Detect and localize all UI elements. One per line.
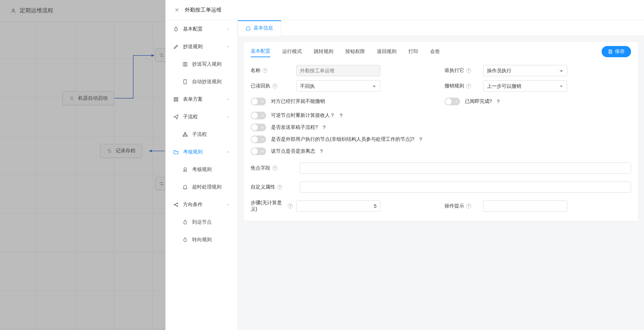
toggle-read-done[interactable]: ✕ bbox=[445, 98, 460, 105]
read-receipt-select[interactable]: 不回执 bbox=[296, 80, 380, 92]
submenu-auto-copy-rules[interactable]: 自动抄送规则 bbox=[165, 73, 237, 91]
label-step: 步骤(无计算意义)? bbox=[251, 200, 293, 212]
menu-direction-cond[interactable]: 方向条件 bbox=[165, 196, 237, 213]
submenu-timeout-rules[interactable]: 超时处理规则 bbox=[165, 178, 237, 196]
ctab-jump-rules[interactable]: 跳转规则 bbox=[314, 46, 333, 57]
toggle-external-exec[interactable]: ✕ bbox=[251, 136, 266, 143]
menu-copy-rules[interactable]: 抄送规则 bbox=[165, 38, 237, 55]
droplet-icon bbox=[173, 26, 179, 32]
tablet-icon bbox=[182, 79, 188, 85]
menu-assess-rules[interactable]: 考核规则 bbox=[165, 143, 237, 161]
label-read-receipt: 已读回执? bbox=[251, 83, 293, 89]
badge-icon bbox=[182, 167, 188, 172]
help-icon[interactable]: ? bbox=[466, 84, 471, 88]
submenu-copy-write-rules[interactable]: 抄送写入规则 bbox=[165, 55, 237, 73]
menu-label: 抄送规则 bbox=[183, 44, 222, 50]
who-exec-select[interactable]: 操作员执行 bbox=[483, 65, 567, 76]
toggle-label: 可逆节点时重新计算接收人？ bbox=[271, 112, 335, 119]
step-input[interactable] bbox=[296, 200, 380, 212]
toggle-send-draft[interactable]: ✕ bbox=[251, 124, 266, 131]
svg-rect-5 bbox=[176, 98, 178, 99]
save-button[interactable]: 保存 bbox=[602, 46, 631, 57]
custom-attr-input[interactable] bbox=[300, 182, 631, 193]
chevron-down-icon bbox=[226, 27, 230, 31]
panel-title: 外勤按工单运维 bbox=[185, 7, 222, 13]
submenu-arrival-node[interactable]: 到达节点 bbox=[165, 213, 237, 231]
help-icon[interactable]: ? bbox=[340, 113, 343, 118]
chevron-up-icon bbox=[226, 150, 230, 154]
ctab-basic-config[interactable]: 基本配置 bbox=[251, 46, 270, 57]
svg-rect-10 bbox=[186, 136, 187, 137]
toggle-label: 是否发送草稿子流程? bbox=[271, 124, 318, 131]
toggle-label: 已阅即完成? bbox=[465, 98, 492, 105]
submenu-subflow[interactable]: 子流程 bbox=[165, 126, 237, 143]
help-icon[interactable]: ? bbox=[272, 84, 277, 88]
toggle-detached[interactable]: ✕ bbox=[251, 147, 266, 155]
name-input bbox=[296, 65, 380, 76]
sitemap-icon bbox=[182, 132, 188, 137]
submenu-label: 抄送写入规则 bbox=[192, 61, 222, 67]
menu-basic-config[interactable]: 基本配置 bbox=[165, 20, 237, 38]
grid-icon bbox=[173, 97, 179, 102]
menu-label: 考核规则 bbox=[183, 149, 222, 155]
toggle-label: 该节点是否是游离态 bbox=[271, 148, 315, 154]
settings-sidebar: 基本配置 抄送规则 抄送写入规则 自动抄送规则 表单方案 bbox=[165, 20, 238, 330]
ctab-countersign[interactable]: 会签 bbox=[430, 46, 440, 57]
help-icon[interactable]: ? bbox=[466, 68, 471, 73]
op-hint-input[interactable] bbox=[483, 200, 567, 212]
svg-point-11 bbox=[184, 168, 187, 170]
help-icon[interactable]: ? bbox=[263, 68, 267, 73]
chevron-up-icon bbox=[226, 115, 230, 119]
help-icon[interactable]: ? bbox=[288, 204, 293, 209]
save-icon bbox=[608, 49, 613, 54]
svg-rect-6 bbox=[174, 100, 176, 101]
submenu-label: 转向规则 bbox=[192, 237, 212, 243]
tab-label: 基本信息 bbox=[253, 25, 273, 31]
main-tabs: 基本信息 bbox=[238, 20, 644, 36]
toggle-reversible-recalc[interactable]: ✕ bbox=[251, 112, 266, 119]
svg-rect-9 bbox=[183, 136, 184, 137]
toggle-label: 是否是外部用户执行的节点(非组织结构人员参与处理工作的节点)? bbox=[271, 136, 414, 143]
chevron-down-icon bbox=[226, 97, 230, 101]
settings-form: 名称? 谁执行它? 操作员执行 已读回执? 不回执 bbox=[244, 61, 638, 214]
menu-subflow[interactable]: 子流程 bbox=[165, 108, 237, 126]
droplet-icon bbox=[182, 219, 188, 225]
svg-point-14 bbox=[177, 206, 178, 207]
revoke-rule-select[interactable]: 上一步可以撤销 bbox=[483, 80, 567, 92]
menu-label: 表单方案 bbox=[183, 96, 222, 103]
submenu-assess-rules[interactable]: 考核规则 bbox=[165, 161, 237, 178]
help-icon[interactable]: ? bbox=[419, 137, 422, 142]
svg-rect-4 bbox=[174, 98, 176, 99]
ctab-return-rules[interactable]: 退回规则 bbox=[377, 46, 396, 57]
submenu-label: 自动抄送规则 bbox=[192, 79, 222, 85]
home-icon bbox=[246, 26, 251, 31]
card-tabs: 基本配置 运行模式 跳转规则 按钮权限 退回规则 打印 会签 保存 bbox=[244, 42, 638, 61]
menu-form-plan[interactable]: 表单方案 bbox=[165, 91, 237, 108]
chevron-up-icon bbox=[226, 203, 230, 207]
ctab-button-perm[interactable]: 按钮权限 bbox=[345, 46, 365, 57]
submenu-turn-rules[interactable]: 转向规则 bbox=[165, 231, 237, 249]
book-icon bbox=[182, 61, 188, 67]
ctab-run-mode[interactable]: 运行模式 bbox=[282, 46, 302, 57]
ctab-print[interactable]: 打印 bbox=[408, 46, 418, 57]
svg-rect-8 bbox=[184, 132, 186, 133]
pencil-icon bbox=[173, 44, 179, 50]
help-icon[interactable]: ? bbox=[320, 148, 323, 154]
submenu-label: 考核规则 bbox=[192, 166, 212, 173]
panel-header: ✕ 外勤按工单运维 bbox=[165, 0, 644, 20]
focus-field-input[interactable] bbox=[300, 163, 631, 174]
node-settings-panel: ✕ 外勤按工单运维 基本配置 抄送规则 抄送写入规则 自动抄送规则 bbox=[165, 0, 644, 330]
tab-basic-info[interactable]: 基本信息 bbox=[238, 20, 281, 36]
help-icon[interactable]: ? bbox=[497, 99, 500, 104]
help-icon[interactable]: ? bbox=[272, 166, 277, 171]
settings-main: 基本信息 基本配置 运行模式 跳转规则 按钮权限 退回规则 打印 会签 保存 bbox=[238, 20, 644, 330]
help-icon[interactable]: ? bbox=[277, 185, 282, 190]
label-revoke-rule: 撤销规则? bbox=[445, 83, 480, 89]
help-icon[interactable]: ? bbox=[323, 125, 326, 130]
close-button[interactable]: ✕ bbox=[175, 7, 179, 13]
toggle-open-no-revoke[interactable]: ✕ bbox=[251, 98, 266, 105]
help-icon[interactable]: ? bbox=[466, 204, 471, 209]
label-op-hint: 操作提示? bbox=[445, 203, 480, 209]
menu-label: 基本配置 bbox=[183, 26, 222, 32]
svg-rect-7 bbox=[176, 100, 178, 101]
